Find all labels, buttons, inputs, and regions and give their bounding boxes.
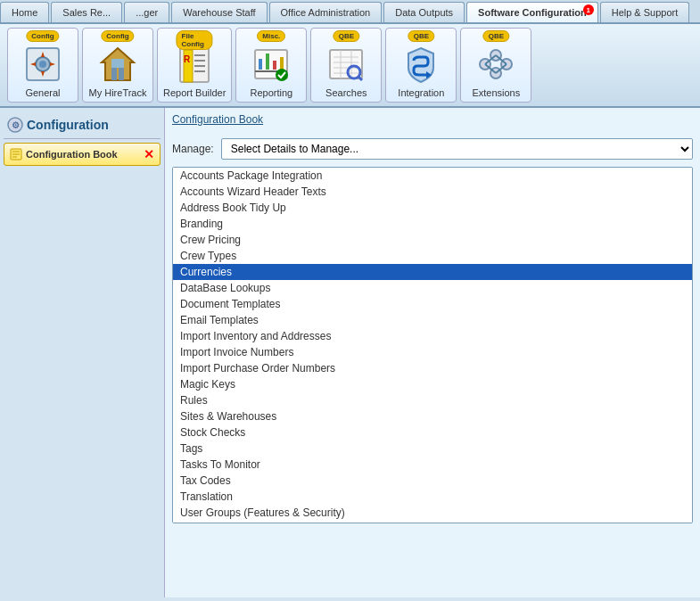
report-badge: File Config [177,30,213,50]
tool-report[interactable]: File Config R Report Builder [157,28,232,103]
right-panel: Configuration Book Manage: Select Detail… [165,108,700,597]
reporting-label: Reporting [250,87,292,98]
main-content: ⚙ Configuration Configuration Book ✕ [0,108,700,597]
dropdown-item[interactable]: Email Templates [173,312,692,328]
dropdown-item[interactable]: Address Book Tidy Up [173,200,692,216]
dropdown-item[interactable]: Crew Types [173,248,692,264]
dropdown-item[interactable]: Import Purchase Order Numbers [173,360,692,376]
manage-label: Manage: [172,143,214,155]
integration-badge: QBE [408,30,434,42]
integration-label: Integration [398,87,444,98]
sidebar-header: ⚙ Configuration [4,111,161,139]
manage-select[interactable]: Select Details to Manage... [221,138,693,160]
tool-hiretack[interactable]: Config My HireTrack [82,28,153,103]
searches-label: Searches [325,87,366,98]
tab-office[interactable]: Office Administration [269,2,383,22]
dropdown-item[interactable]: Currencies [173,264,692,280]
integration-icon [399,43,442,86]
nav-tabs: Home Sales Re... ...ger Warehouse Staff … [0,0,700,24]
reporting-icon [250,43,292,86]
tab-manager[interactable]: ...ger [124,2,169,22]
dropdown-item[interactable]: Tax Codes [173,473,692,489]
tool-integration[interactable]: QBE Integration [385,28,457,103]
extensions-icon [474,43,517,86]
sidebar-item-close[interactable]: ✕ [144,147,154,161]
dropdown-item[interactable]: Document Templates [173,296,692,312]
dropdown-item[interactable]: DataBase Lookups [173,280,692,296]
dropdown-item[interactable]: Branding [173,216,692,232]
tool-general[interactable]: Config General [7,28,78,103]
tab-software[interactable]: Software Configuration 1 [466,2,598,22]
svg-rect-4 [111,68,117,80]
notification-badge: 1 [583,4,594,15]
sidebar-item-configbook[interactable]: Configuration Book ✕ [4,143,161,166]
tab-help[interactable]: Help & Support [600,2,690,22]
svg-point-2 [39,61,46,68]
dropdown-item[interactable]: Rules [173,392,692,408]
sidebar-item-configbook-label: Configuration Book [26,149,118,160]
svg-text:⚙: ⚙ [12,120,20,130]
dropdown-item[interactable]: Import Invoice Numbers [173,344,692,360]
dropdown-item[interactable]: Stock Checks [173,424,692,440]
manage-row: Manage: Select Details to Manage... [172,138,693,160]
dropdown-item[interactable]: Crew Pricing [173,232,692,248]
dropdown-item[interactable]: User Groups (Features & Security) [173,505,692,521]
sidebar-title: Configuration [27,118,109,132]
svg-text:R: R [184,54,191,64]
tool-searches[interactable]: QBE Searches [310,28,382,103]
dropdown-item[interactable]: Tags [173,440,692,457]
hiretack-icon [96,43,139,86]
svg-point-20 [276,69,288,81]
hiretack-label: My HireTrack [89,87,147,98]
report-label: Report Builder [163,87,226,98]
extensions-label: Extensions [472,87,520,98]
dropdown-item[interactable]: Sites & Warehouses [173,408,692,424]
config-icon: ⚙ [7,117,23,133]
tab-sales[interactable]: Sales Re... [51,2,122,22]
configbook-icon [10,148,22,161]
searches-badge: QBE [334,30,359,42]
dropdown-item[interactable]: Accounts Wizard Header Texts [173,184,692,200]
dropdown-item[interactable]: Import Inventory and Addresses [173,328,692,344]
tool-reporting[interactable]: Misc. Reporting [235,28,307,103]
tool-extensions[interactable]: QBE Extensions [460,28,531,103]
dropdown-item[interactable]: Users [173,521,692,523]
tab-warehouse[interactable]: Warehouse Staff [171,2,267,22]
svg-rect-21 [330,50,362,78]
reporting-badge: Misc. [257,30,285,42]
dropdown-item[interactable]: Accounts Package Integration [173,168,692,184]
general-badge: Config [26,30,59,42]
dropdown-item[interactable]: Magic Keys [173,376,692,392]
breadcrumb-link[interactable]: Configuration Book [172,113,263,126]
extensions-badge: QBE [483,30,509,42]
toolbar: Config General Config [0,24,700,108]
tab-data[interactable]: Data Outputs [383,2,465,22]
hiretack-badge: Config [101,30,134,42]
searches-icon [325,43,367,86]
general-label: General [25,87,60,98]
dropdown-item[interactable]: Translation [173,489,692,505]
dropdown-list: Accounts Package IntegrationAccounts Wiz… [172,167,693,523]
sidebar: ⚙ Configuration Configuration Book ✕ [0,108,165,597]
tab-home[interactable]: Home [0,2,49,22]
dropdown-item[interactable]: Tasks To Monitor [173,457,692,473]
svg-rect-5 [119,68,124,80]
general-icon [21,43,64,86]
svg-rect-6 [111,59,124,68]
